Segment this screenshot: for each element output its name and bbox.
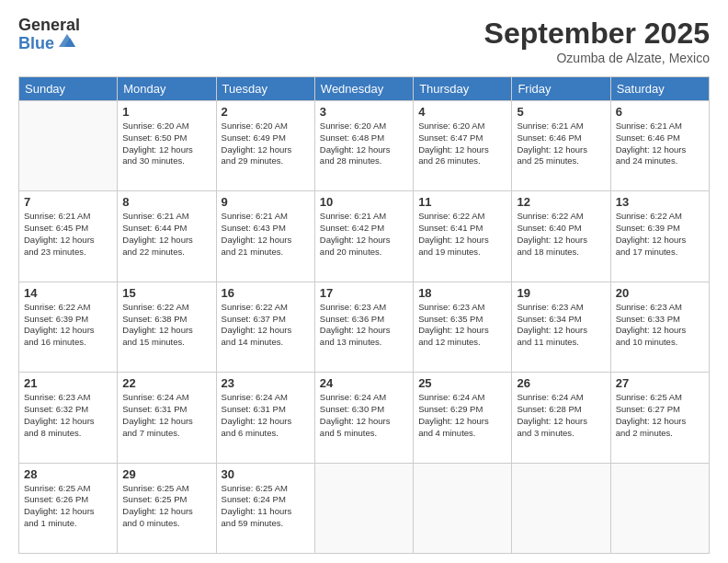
cell-info: Sunrise: 6:20 AM Sunset: 6:49 PM Dayligh…: [222, 121, 310, 167]
calendar-cell: 19Sunrise: 6:23 AM Sunset: 6:34 PM Dayli…: [512, 282, 610, 372]
cell-info: Sunrise: 6:21 AM Sunset: 6:43 PM Dayligh…: [222, 211, 310, 258]
calendar-cell: 12Sunrise: 6:22 AM Sunset: 6:40 PM Dayli…: [512, 191, 610, 282]
day-number: 14: [24, 286, 112, 300]
day-number: 15: [122, 286, 210, 300]
day-number: 23: [222, 376, 310, 390]
calendar-cell: 7Sunrise: 6:21 AM Sunset: 6:45 PM Daylig…: [19, 191, 118, 282]
calendar-cell: 1Sunrise: 6:20 AM Sunset: 6:50 PM Daylig…: [118, 101, 216, 191]
cell-info: Sunrise: 6:24 AM Sunset: 6:31 PM Dayligh…: [222, 392, 310, 439]
calendar-week-row: 21Sunrise: 6:23 AM Sunset: 6:32 PM Dayli…: [19, 373, 710, 463]
day-number: 7: [24, 195, 112, 209]
cell-info: Sunrise: 6:24 AM Sunset: 6:28 PM Dayligh…: [517, 392, 605, 439]
calendar-cell: 13Sunrise: 6:22 AM Sunset: 6:39 PM Dayli…: [610, 191, 709, 282]
calendar-header-row: SundayMondayTuesdayWednesdayThursdayFrid…: [19, 77, 710, 101]
calendar-cell: 15Sunrise: 6:22 AM Sunset: 6:38 PM Dayli…: [118, 282, 216, 372]
day-number: 25: [418, 376, 506, 390]
day-number: 17: [320, 286, 408, 300]
weekday-header-thursday: Thursday: [414, 77, 512, 101]
calendar-cell: 28Sunrise: 6:25 AM Sunset: 6:26 PM Dayli…: [19, 463, 118, 553]
weekday-header-tuesday: Tuesday: [216, 77, 314, 101]
day-number: 5: [517, 105, 605, 119]
day-number: 6: [616, 105, 704, 119]
day-number: 20: [616, 286, 704, 300]
day-number: 19: [517, 286, 605, 300]
logo: General Blue: [18, 17, 80, 53]
day-number: 9: [222, 195, 310, 209]
cell-info: Sunrise: 6:23 AM Sunset: 6:33 PM Dayligh…: [616, 302, 704, 349]
calendar-cell: 26Sunrise: 6:24 AM Sunset: 6:28 PM Dayli…: [512, 373, 610, 463]
cell-info: Sunrise: 6:23 AM Sunset: 6:36 PM Dayligh…: [320, 302, 408, 349]
page: General Blue September 2025 Ozumba de Al…: [0, 0, 728, 563]
cell-info: Sunrise: 6:25 AM Sunset: 6:24 PM Dayligh…: [222, 483, 310, 530]
calendar-cell: 25Sunrise: 6:24 AM Sunset: 6:29 PM Dayli…: [414, 373, 512, 463]
calendar-cell: 23Sunrise: 6:24 AM Sunset: 6:31 PM Dayli…: [216, 373, 314, 463]
calendar-cell: 11Sunrise: 6:22 AM Sunset: 6:41 PM Dayli…: [414, 191, 512, 282]
calendar-cell: 9Sunrise: 6:21 AM Sunset: 6:43 PM Daylig…: [216, 191, 314, 282]
day-number: 2: [222, 105, 310, 119]
calendar-cell: [19, 101, 118, 191]
calendar-week-row: 7Sunrise: 6:21 AM Sunset: 6:45 PM Daylig…: [19, 191, 710, 282]
cell-info: Sunrise: 6:22 AM Sunset: 6:38 PM Dayligh…: [122, 302, 210, 349]
calendar-cell: 30Sunrise: 6:25 AM Sunset: 6:24 PM Dayli…: [216, 463, 314, 553]
day-number: 26: [517, 376, 605, 390]
day-number: 8: [122, 195, 210, 209]
day-number: 29: [122, 467, 210, 481]
calendar-cell: 20Sunrise: 6:23 AM Sunset: 6:33 PM Dayli…: [610, 282, 709, 372]
cell-info: Sunrise: 6:23 AM Sunset: 6:35 PM Dayligh…: [418, 302, 506, 349]
calendar-cell: [314, 463, 413, 553]
cell-info: Sunrise: 6:23 AM Sunset: 6:32 PM Dayligh…: [24, 392, 112, 439]
day-number: 22: [122, 376, 210, 390]
day-number: 4: [418, 105, 506, 119]
title-block: September 2025 Ozumba de Alzate, Mexico: [484, 17, 710, 65]
cell-info: Sunrise: 6:21 AM Sunset: 6:42 PM Dayligh…: [320, 211, 408, 258]
calendar-week-row: 14Sunrise: 6:22 AM Sunset: 6:39 PM Dayli…: [19, 282, 710, 372]
day-number: 24: [320, 376, 408, 390]
cell-info: Sunrise: 6:25 AM Sunset: 6:27 PM Dayligh…: [616, 392, 704, 439]
calendar-cell: 17Sunrise: 6:23 AM Sunset: 6:36 PM Dayli…: [314, 282, 413, 372]
calendar-cell: 21Sunrise: 6:23 AM Sunset: 6:32 PM Dayli…: [19, 373, 118, 463]
cell-info: Sunrise: 6:20 AM Sunset: 6:47 PM Dayligh…: [418, 121, 506, 167]
calendar-cell: 18Sunrise: 6:23 AM Sunset: 6:35 PM Dayli…: [414, 282, 512, 372]
cell-info: Sunrise: 6:21 AM Sunset: 6:46 PM Dayligh…: [616, 121, 704, 167]
calendar-week-row: 1Sunrise: 6:20 AM Sunset: 6:50 PM Daylig…: [19, 101, 710, 191]
calendar-cell: 2Sunrise: 6:20 AM Sunset: 6:49 PM Daylig…: [216, 101, 314, 191]
logo-text: General Blue: [18, 17, 80, 53]
day-number: 11: [418, 195, 506, 209]
cell-info: Sunrise: 6:24 AM Sunset: 6:29 PM Dayligh…: [418, 392, 506, 439]
weekday-header-wednesday: Wednesday: [314, 77, 413, 101]
logo-blue: Blue: [18, 35, 54, 53]
calendar-cell: [414, 463, 512, 553]
cell-info: Sunrise: 6:20 AM Sunset: 6:48 PM Dayligh…: [320, 121, 408, 167]
cell-info: Sunrise: 6:21 AM Sunset: 6:46 PM Dayligh…: [517, 121, 605, 167]
calendar-cell: 22Sunrise: 6:24 AM Sunset: 6:31 PM Dayli…: [118, 373, 216, 463]
calendar-cell: 6Sunrise: 6:21 AM Sunset: 6:46 PM Daylig…: [610, 101, 709, 191]
calendar-cell: [610, 463, 709, 553]
cell-info: Sunrise: 6:21 AM Sunset: 6:44 PM Dayligh…: [122, 211, 210, 258]
cell-info: Sunrise: 6:24 AM Sunset: 6:31 PM Dayligh…: [122, 392, 210, 439]
cell-info: Sunrise: 6:25 AM Sunset: 6:26 PM Dayligh…: [24, 483, 112, 530]
calendar-cell: 27Sunrise: 6:25 AM Sunset: 6:27 PM Dayli…: [610, 373, 709, 463]
title-location: Ozumba de Alzate, Mexico: [484, 51, 710, 65]
calendar-cell: 5Sunrise: 6:21 AM Sunset: 6:46 PM Daylig…: [512, 101, 610, 191]
weekday-header-friday: Friday: [512, 77, 610, 101]
day-number: 10: [320, 195, 408, 209]
weekday-header-sunday: Sunday: [19, 77, 118, 101]
day-number: 30: [222, 467, 310, 481]
day-number: 1: [122, 105, 210, 119]
day-number: 28: [24, 467, 112, 481]
calendar-cell: 3Sunrise: 6:20 AM Sunset: 6:48 PM Daylig…: [314, 101, 413, 191]
day-number: 3: [320, 105, 408, 119]
calendar-cell: 29Sunrise: 6:25 AM Sunset: 6:25 PM Dayli…: [118, 463, 216, 553]
day-number: 21: [24, 376, 112, 390]
calendar-cell: [512, 463, 610, 553]
calendar-table: SundayMondayTuesdayWednesdayThursdayFrid…: [18, 76, 710, 554]
cell-info: Sunrise: 6:22 AM Sunset: 6:39 PM Dayligh…: [24, 302, 112, 349]
day-number: 13: [616, 195, 704, 209]
cell-info: Sunrise: 6:22 AM Sunset: 6:39 PM Dayligh…: [616, 211, 704, 258]
calendar-week-row: 28Sunrise: 6:25 AM Sunset: 6:26 PM Dayli…: [19, 463, 710, 553]
calendar-cell: 4Sunrise: 6:20 AM Sunset: 6:47 PM Daylig…: [414, 101, 512, 191]
cell-info: Sunrise: 6:22 AM Sunset: 6:41 PM Dayligh…: [418, 211, 506, 258]
calendar-cell: 24Sunrise: 6:24 AM Sunset: 6:30 PM Dayli…: [314, 373, 413, 463]
day-number: 27: [616, 376, 704, 390]
title-month: September 2025: [484, 17, 710, 51]
